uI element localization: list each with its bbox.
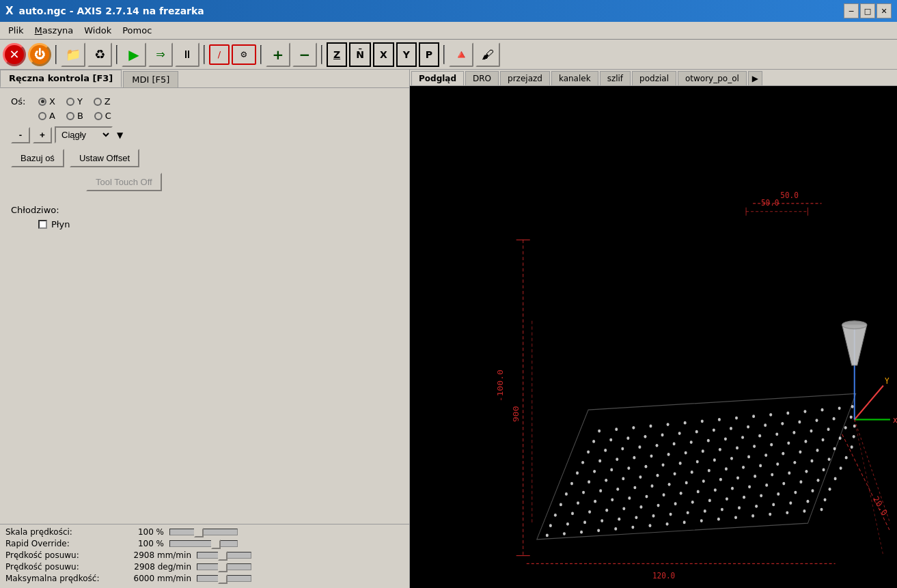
feed-deg-slider[interactable] — [197, 563, 251, 570]
rapid-slider[interactable] — [169, 540, 238, 547]
svg-point-171 — [695, 430, 698, 434]
tab-mdi[interactable]: MDI [F5] — [123, 71, 178, 87]
svg-point-130 — [851, 445, 853, 449]
svg-text:120.0: 120.0 — [652, 570, 675, 580]
zoom-out-button[interactable]: − — [292, 42, 317, 67]
blockdelete-button[interactable]: / — [209, 44, 230, 65]
bazuj-button[interactable]: Bazuj oś — [11, 149, 64, 167]
home-z-button[interactable]: Z — [327, 42, 347, 67]
pause-button[interactable]: ⏸ — [175, 42, 199, 67]
tab-podzial[interactable]: podzial — [632, 71, 676, 85]
radio-x[interactable]: X — [38, 96, 55, 107]
tool-touch-off-button[interactable]: Tool Touch Off — [86, 173, 162, 191]
action-row: Bazuj oś Ustaw Offset — [11, 149, 398, 167]
feed-mm-thumb[interactable] — [218, 551, 227, 561]
svg-point-87 — [685, 481, 688, 485]
tab-more-button[interactable]: ▶ — [748, 71, 762, 85]
svg-point-83 — [616, 488, 619, 491]
feed-mm-value: 2908 mm/min — [115, 550, 197, 560]
svg-point-162 — [827, 428, 830, 431]
menu-bar: Plik Maszyna Widok Pomoc — [0, 22, 897, 40]
rapid-thumb[interactable] — [211, 540, 221, 549]
tab-kanalek[interactable]: kanalek — [551, 71, 598, 85]
paint-button[interactable]: 🖌 — [475, 42, 500, 67]
window-controls[interactable]: − □ ✕ — [844, 3, 892, 18]
radio-x-btn[interactable] — [38, 98, 46, 106]
viewport[interactable]: X: 0.000 ✛ Y: 0.000 ✛ Z: 25.000 ✛ A: 0.0… — [410, 86, 897, 588]
radio-y-btn[interactable] — [66, 98, 74, 106]
svg-point-147 — [853, 435, 855, 438]
jog-plus-button[interactable]: + — [33, 127, 52, 143]
coolant-fluid-checkbox[interactable] — [38, 220, 47, 229]
sep1 — [55, 45, 57, 64]
close-button[interactable]: ✕ — [877, 3, 892, 18]
tool-cone-button[interactable]: 🔺 — [449, 42, 473, 67]
svg-point-113 — [845, 456, 848, 460]
radio-z[interactable]: Z — [94, 96, 111, 107]
home-n-button[interactable]: N̄ — [349, 42, 371, 67]
radio-z-btn[interactable] — [94, 98, 102, 106]
radio-y[interactable]: Y — [66, 96, 83, 107]
menu-widok[interactable]: Widok — [79, 24, 117, 37]
svg-point-195 — [838, 406, 841, 410]
svg-point-127 — [799, 450, 801, 453]
optskip-button[interactable]: ⚙ — [232, 44, 256, 65]
stop-button[interactable]: ✕ — [3, 43, 26, 66]
max-speed-thumb[interactable] — [218, 574, 227, 584]
svg-point-35 — [652, 514, 654, 518]
power-button[interactable]: ⏻ — [28, 43, 51, 66]
svg-point-116 — [610, 468, 613, 472]
feed-mm-slider[interactable] — [197, 552, 251, 559]
max-speed-value: 6000 mm/min — [115, 574, 197, 583]
radio-b[interactable]: B — [66, 111, 83, 121]
y-icon: Y — [403, 49, 410, 60]
speed-scale-slider[interactable] — [169, 529, 238, 535]
play-icon: ▶ — [128, 46, 139, 63]
svg-point-150 — [621, 447, 624, 451]
tab-szlif[interactable]: szlif — [600, 71, 631, 85]
menu-plik[interactable]: Plik — [3, 24, 29, 37]
svg-point-154 — [690, 440, 693, 444]
svg-point-152 — [656, 444, 659, 447]
tab-otwory[interactable]: otwory_po_ol — [678, 71, 747, 85]
tab-dro[interactable]: DRO — [465, 71, 499, 85]
max-speed-slider[interactable] — [197, 575, 251, 582]
svg-point-187 — [701, 419, 704, 423]
step-button[interactable]: ⇒ — [148, 42, 173, 67]
tab-przejazd[interactable]: przejazd — [500, 71, 550, 85]
zoom-in-button[interactable]: + — [266, 42, 290, 67]
svg-point-40 — [738, 506, 741, 509]
feed-deg-thumb[interactable] — [218, 563, 227, 572]
home-p-button[interactable]: P — [419, 42, 439, 67]
run-button[interactable]: ▶ — [122, 42, 146, 67]
n-icon: N̄ — [356, 49, 364, 60]
radio-c-btn[interactable] — [94, 112, 102, 120]
radio-a[interactable]: A — [38, 111, 55, 121]
svg-point-50 — [622, 507, 625, 510]
feed-mm-label: Prędkość posuwu: — [5, 550, 115, 560]
axis-row-2: A B C — [38, 111, 398, 121]
jog-minus-button[interactable]: - — [11, 127, 30, 143]
reload-button[interactable]: ♻ — [87, 42, 112, 67]
svg-point-140 — [736, 447, 739, 450]
jog-mode-select[interactable]: Ciągły Skokowy Mpg — [55, 126, 113, 143]
svg-point-110 — [793, 461, 796, 464]
minimize-button[interactable]: − — [844, 3, 859, 18]
radio-c[interactable]: C — [94, 111, 111, 121]
svg-point-93 — [788, 471, 790, 475]
ustaw-offset-button[interactable]: Ustaw Offset — [70, 149, 139, 167]
svg-point-74 — [748, 485, 751, 488]
svg-point-139 — [719, 448, 721, 451]
radio-b-btn[interactable] — [66, 112, 74, 120]
home-x-button[interactable]: X — [373, 42, 394, 67]
tab-podglad[interactable]: Podgląd — [411, 71, 464, 85]
open-button[interactable]: 📁 — [61, 42, 85, 67]
speed-scale-thumb[interactable] — [194, 528, 204, 537]
radio-a-btn[interactable] — [38, 112, 46, 120]
menu-maszyna[interactable]: Maszyna — [29, 24, 79, 37]
home-y-button[interactable]: Y — [396, 42, 417, 67]
svg-text:Y: Y — [885, 376, 889, 386]
tab-manual[interactable]: Ręczna kontrola [F3] — [0, 70, 122, 87]
menu-pomoc[interactable]: Pomoc — [117, 24, 157, 37]
maximize-button[interactable]: □ — [860, 3, 875, 18]
